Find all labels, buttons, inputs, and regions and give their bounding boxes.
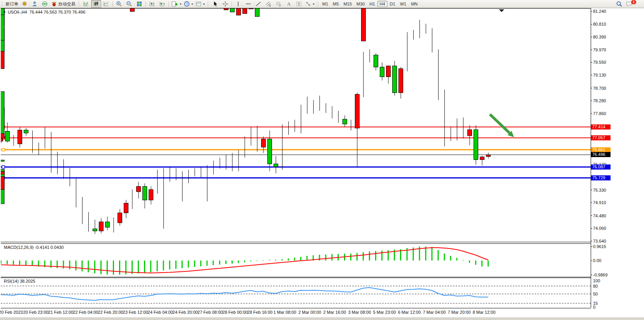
time-axis-label: 20 Feb 23:00	[23, 310, 49, 315]
toolbar-grip[interactable]	[78, 1, 80, 7]
price-badge-77.057: 77.057	[591, 135, 611, 140]
fibonacci-icon[interactable]: F	[274, 0, 284, 8]
toolbar-grip[interactable]	[207, 1, 209, 7]
time-axis-label: 20 Feb 2023	[0, 310, 23, 315]
time-axis-label: 23 Feb 12:00	[123, 310, 148, 315]
auto-scroll-icon[interactable]	[157, 0, 167, 8]
chart-symbol-title[interactable]: ▼USOil-,H4 76.444 76.563 76.370 76.496	[3, 10, 85, 14]
svg-text:T: T	[298, 2, 300, 6]
time-axis-label: 8 Mar 12:00	[473, 310, 496, 315]
chevron-down-icon: ▾	[203, 2, 205, 6]
price-tick: 81.240	[593, 9, 606, 14]
chart-shift-marker[interactable]	[499, 9, 504, 12]
candlestick-chart-icon[interactable]	[91, 0, 101, 8]
price-tick: 75.330	[593, 188, 606, 192]
price-tick: 78.700	[593, 86, 606, 91]
price-badge-76.496: 76.496	[591, 152, 611, 157]
trend-arrow-object[interactable]	[490, 114, 514, 137]
search-icon[interactable]	[614, 0, 625, 8]
cursor-icon[interactable]	[210, 0, 220, 8]
rsi-level-lines	[1, 286, 591, 304]
time-axis-label: 2 Mar 16:00	[323, 310, 346, 315]
layers-icon[interactable]	[19, 0, 30, 8]
price-badge-76.087: 76.087	[591, 164, 611, 170]
chart-canvas[interactable]	[0, 0, 644, 320]
rsi-indicator-label: RSI(14) 38.2025	[4, 279, 35, 283]
price-tick: 73.640	[593, 239, 606, 243]
time-axis-label: 27 Feb 08:00	[198, 310, 223, 315]
timeframe-m1[interactable]: M1	[320, 1, 330, 7]
template-icon[interactable]: ▾	[194, 0, 206, 8]
time-axis-label: 1 Mar 08:00	[274, 310, 297, 315]
svg-text:F: F	[279, 4, 281, 7]
new-chart-icon[interactable]: ▾	[170, 0, 182, 8]
time-axis-label: 28 Feb 16:00	[247, 310, 273, 315]
candlestick-series	[0, 0, 491, 234]
timeframe-h4[interactable]: H4	[377, 1, 388, 7]
notification-badge: 1	[631, 0, 636, 4]
price-tick: 74.910	[593, 200, 606, 205]
time-axis-label: 22 Feb 04:00	[73, 310, 98, 315]
horizontal-level-lines[interactable]	[1, 126, 591, 179]
macd-axis-tick: 0.00	[593, 258, 601, 263]
time-axis-label: 7 Mar 20:00	[448, 310, 471, 315]
period-clock-icon[interactable]: ▾	[182, 0, 194, 8]
timeframe-w1[interactable]: W1	[398, 1, 409, 7]
time-axis-label: 3 Mar 08:00	[348, 310, 371, 315]
symbol-dropdown-icon[interactable]: ▼	[3, 10, 6, 14]
time-axis-label: 24 Feb 04:00	[148, 310, 173, 315]
chart-shift-icon[interactable]	[147, 0, 157, 8]
time-axis-label: 2 Mar 00:00	[298, 310, 321, 315]
rsi-axis-tick: 0	[593, 305, 595, 310]
price-tick: 80.390	[593, 35, 606, 39]
arrows-icon[interactable]: ▾	[304, 0, 316, 8]
horizontal-line-icon[interactable]	[243, 0, 253, 8]
timeframe-mn[interactable]: MN	[409, 1, 420, 7]
time-axis-label: 28 Feb 00:00	[223, 310, 248, 315]
time-axis-label: 24 Feb 20:00	[173, 310, 198, 315]
macd-histogram	[0, 247, 489, 275]
price-tick: 80.810	[593, 22, 606, 26]
timeframe-h1[interactable]: H1	[367, 1, 377, 7]
toolbar-grip[interactable]	[317, 1, 319, 7]
rsi-axis-tick: 50	[593, 292, 598, 296]
broadcast-icon[interactable]	[40, 0, 50, 8]
trendline-icon[interactable]	[253, 0, 263, 8]
timeframe-m5[interactable]: M5	[330, 1, 341, 7]
trading-platform-window: 新订单 自动交易 ▾	[0, 0, 644, 320]
panel-frames	[1, 8, 591, 308]
zoom-in-icon[interactable]	[114, 0, 124, 8]
macd-indicator-label: MACD(12,26,9) -0.4141 0.0430	[4, 245, 64, 250]
zoom-out-icon[interactable]	[124, 0, 134, 8]
chevron-down-icon: ▾	[180, 2, 181, 6]
text-label-icon[interactable]: T	[294, 0, 304, 8]
chevron-down-icon: ▾	[191, 2, 193, 6]
chevron-down-icon: ▾	[313, 2, 314, 6]
tile-windows-icon[interactable]	[134, 0, 144, 8]
price-tick: 78.280	[593, 98, 606, 103]
rsi-axis-tick: 80	[593, 284, 598, 289]
vertical-line-icon[interactable]	[233, 0, 243, 8]
chat-icon[interactable]: 1	[625, 0, 640, 8]
timeframe-m30[interactable]: M30	[354, 1, 367, 7]
profile-icon[interactable]	[30, 0, 40, 8]
line-chart-icon[interactable]	[101, 0, 111, 8]
autotrading-label: 自动交易	[58, 1, 75, 7]
price-badge-76.661: 76.661	[591, 147, 611, 152]
macd-signal-line	[1, 248, 488, 273]
toolbar-grip[interactable]	[1, 1, 3, 7]
autotrading-button[interactable]: 自动交易	[50, 0, 77, 8]
crosshair-icon[interactable]	[220, 0, 230, 8]
channel-icon[interactable]: E	[263, 0, 274, 8]
text-icon[interactable]: A	[284, 0, 294, 8]
macd-axis-tick: 0.9615	[593, 244, 606, 249]
timeframe-d1[interactable]: D1	[388, 1, 398, 7]
price-tick: 79.130	[593, 73, 606, 77]
timeframe-m15[interactable]: M15	[341, 1, 354, 7]
new-order-button[interactable]: 新订单	[4, 0, 19, 8]
bar-chart-icon[interactable]	[81, 0, 91, 8]
symbol-ohlc: 76.444 76.563 76.370 76.496	[30, 10, 86, 14]
time-axis-label: 21 Feb 12:00	[48, 310, 74, 315]
price-tick: 74.060	[593, 226, 606, 231]
time-axis-label: 6 Mar 12:00	[398, 310, 421, 315]
